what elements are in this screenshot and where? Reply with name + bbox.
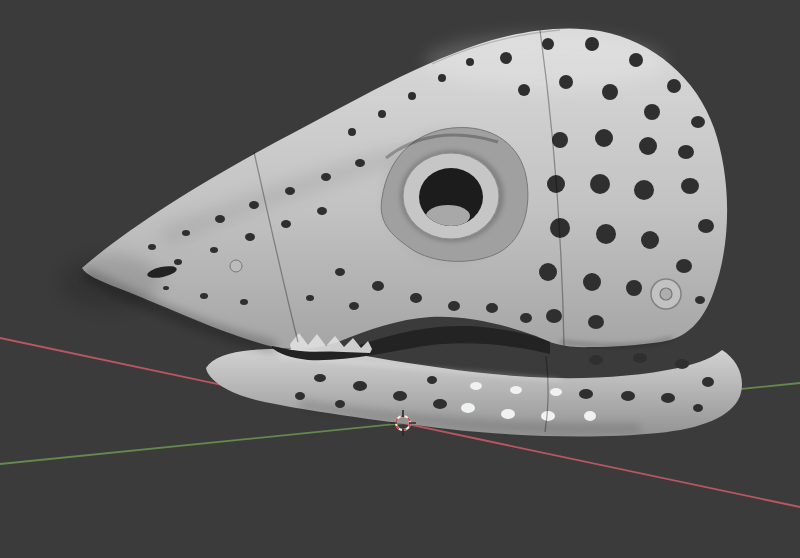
vent-hole	[448, 301, 460, 311]
vent-hole	[550, 388, 562, 396]
vent-hole	[698, 219, 714, 233]
vent-hole	[595, 129, 613, 147]
vent-hole	[676, 259, 692, 273]
vent-hole	[182, 230, 190, 236]
vent-hole	[693, 404, 703, 412]
vent-hole	[281, 220, 291, 228]
vent-hole	[639, 137, 657, 155]
vent-hole	[501, 409, 515, 419]
vent-hole	[335, 400, 345, 408]
vent-hole	[438, 74, 446, 82]
vent-hole	[661, 393, 675, 403]
hinge-disc	[651, 279, 681, 309]
snout-button	[230, 260, 242, 272]
vent-hole	[335, 268, 345, 276]
3d-viewport[interactable]	[0, 0, 800, 558]
eye-assembly	[381, 128, 528, 262]
vent-hole	[539, 263, 557, 281]
vent-hole	[393, 391, 407, 401]
vent-hole	[667, 79, 681, 93]
vent-hole	[461, 403, 475, 413]
vent-hole	[174, 259, 182, 265]
vent-hole	[470, 382, 482, 390]
vent-hole	[644, 104, 660, 120]
vent-hole	[552, 132, 568, 148]
vent-hole	[410, 293, 422, 303]
vent-hole	[163, 286, 169, 290]
vent-hole	[596, 224, 616, 244]
vent-hole	[349, 302, 359, 310]
vent-hole	[348, 128, 356, 136]
vent-hole	[702, 377, 714, 387]
vent-hole	[200, 293, 208, 299]
vent-hole	[584, 411, 596, 421]
vent-hole	[486, 303, 498, 313]
vent-hole	[372, 281, 384, 291]
vent-hole	[314, 374, 326, 382]
vent-hole	[306, 295, 314, 301]
viewport-canvas[interactable]	[0, 0, 800, 558]
vent-hole	[285, 187, 295, 195]
vent-hole	[589, 355, 603, 365]
vent-hole	[408, 92, 416, 100]
vent-hole	[681, 178, 699, 194]
vent-hole	[626, 280, 642, 296]
vent-hole	[355, 159, 365, 167]
vent-hole	[678, 145, 694, 159]
vent-hole	[295, 392, 305, 400]
vent-hole	[215, 215, 225, 223]
vent-hole	[695, 296, 705, 304]
vent-hole	[585, 37, 599, 51]
vent-hole	[148, 244, 156, 250]
vent-hole	[321, 173, 331, 181]
vent-hole	[633, 353, 647, 363]
vent-hole	[353, 381, 367, 391]
vent-hole	[210, 247, 218, 253]
vent-hole	[579, 389, 593, 399]
vent-hole	[590, 174, 610, 194]
vent-hole	[520, 313, 532, 323]
vent-hole	[629, 53, 643, 67]
vent-hole	[546, 309, 562, 323]
vent-hole	[602, 84, 618, 100]
vent-hole	[559, 75, 573, 89]
vent-hole	[634, 180, 654, 200]
vent-hole	[245, 233, 255, 241]
vent-hole	[249, 201, 259, 209]
vent-hole	[240, 299, 248, 305]
vent-hole	[510, 386, 522, 394]
vent-hole	[691, 116, 705, 128]
vent-hole	[641, 231, 659, 249]
vent-hole	[675, 359, 689, 369]
vent-hole	[466, 58, 474, 66]
vent-hole	[427, 376, 437, 384]
vent-hole	[500, 52, 512, 64]
hinge-pin	[660, 288, 672, 300]
vent-hole	[433, 399, 447, 409]
vent-hole	[518, 84, 530, 96]
vent-hole	[542, 38, 554, 50]
vent-hole	[621, 391, 635, 401]
vent-hole	[378, 110, 386, 118]
vent-hole	[588, 315, 604, 329]
vent-hole	[583, 273, 601, 291]
vent-hole	[317, 207, 327, 215]
